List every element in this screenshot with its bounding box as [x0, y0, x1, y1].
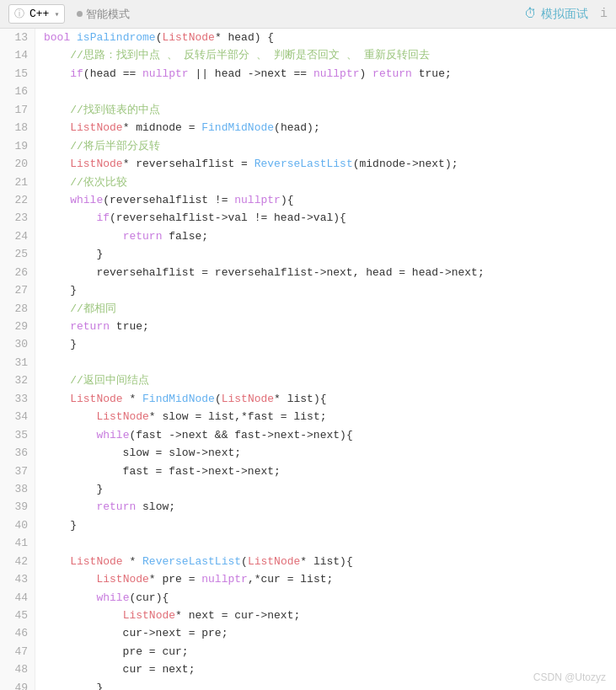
code-line: reversehalflist = reversehalflist->next,…: [44, 264, 608, 281]
code-line: //将后半部分反转: [44, 137, 608, 155]
code-line: }: [44, 281, 608, 299]
language-label: C++: [29, 8, 49, 20]
line-number: 34: [7, 408, 28, 425]
line-number: 35: [7, 426, 28, 444]
code-line: [44, 354, 608, 372]
info-icon: i: [600, 7, 608, 21]
code-line: if(head == nullptr || head ->next == nul…: [44, 65, 608, 83]
code-line: slow = slow->next;: [44, 444, 608, 462]
code-line: }: [44, 245, 608, 263]
code-line: //都相同: [44, 300, 608, 318]
code-line: }: [44, 480, 608, 498]
line-number: 45: [7, 607, 28, 624]
line-number: 17: [7, 101, 28, 119]
code-content[interactable]: bool isPalindrome(ListNode* head) { //思路…: [35, 29, 616, 690]
code-line: [44, 83, 608, 100]
line-numbers: 1314151617181920212223242526272829303132…: [0, 29, 35, 690]
info-circle-icon: ⓘ: [14, 7, 24, 21]
line-number: 16: [7, 83, 28, 100]
top-bar-right: ⏱ 模拟面试 i: [524, 7, 608, 22]
code-line: while(fast ->next && fast->next->next){: [44, 426, 608, 444]
line-number: 36: [7, 444, 28, 462]
line-number: 33: [7, 390, 28, 408]
code-line: }: [44, 679, 608, 690]
smart-mode-dot: [77, 11, 83, 17]
code-line: return false;: [44, 227, 608, 245]
line-number: 43: [7, 570, 28, 588]
code-line: cur = next;: [44, 661, 608, 678]
line-number: 28: [7, 300, 28, 318]
line-number: 41: [7, 534, 28, 552]
line-number: 40: [7, 516, 28, 534]
code-line: while(reversehalflist != nullptr){: [44, 191, 608, 209]
line-number: 37: [7, 463, 28, 480]
line-number: 14: [7, 46, 28, 64]
line-number: 39: [7, 498, 28, 516]
code-line: //依次比较: [44, 174, 608, 191]
line-number: 32: [7, 372, 28, 389]
smart-mode-toggle[interactable]: 智能模式: [77, 7, 130, 22]
code-line: return true;: [44, 318, 608, 335]
language-selector[interactable]: ⓘ C++ ▾: [8, 4, 65, 24]
code-line: //返回中间结点: [44, 372, 608, 389]
chevron-down-icon: ▾: [54, 9, 59, 19]
simulate-interview-button[interactable]: ⏱ 模拟面试: [524, 7, 588, 22]
code-line: cur->next = pre;: [44, 624, 608, 642]
code-editor: 1314151617181920212223242526272829303132…: [0, 29, 616, 690]
info-button[interactable]: i: [600, 7, 608, 21]
line-number: 26: [7, 264, 28, 281]
line-number: 44: [7, 589, 28, 607]
smart-mode-label: 智能模式: [86, 7, 130, 22]
code-line: }: [44, 516, 608, 534]
line-number: 38: [7, 480, 28, 498]
code-line: ListNode* slow = list,*fast = list;: [44, 408, 608, 425]
line-number: 48: [7, 661, 28, 678]
code-line: while(cur){: [44, 589, 608, 607]
line-number: 49: [7, 679, 28, 690]
code-line: ListNode* next = cur->next;: [44, 607, 608, 624]
line-number: 47: [7, 643, 28, 661]
code-line: //找到链表的中点: [44, 101, 608, 119]
line-number: 13: [7, 29, 28, 46]
simulate-label: 模拟面试: [541, 7, 588, 22]
line-number: 46: [7, 624, 28, 642]
code-line: return slow;: [44, 498, 608, 516]
line-number: 31: [7, 354, 28, 372]
code-line: fast = fast->next->next;: [44, 463, 608, 480]
code-line: bool isPalindrome(ListNode* head) {: [44, 29, 608, 46]
line-number: 25: [7, 245, 28, 263]
line-number: 19: [7, 137, 28, 155]
line-number: 18: [7, 119, 28, 136]
line-number: 22: [7, 191, 28, 209]
code-line: //思路：找到中点 、 反转后半部分 、 判断是否回文 、 重新反转回去: [44, 46, 608, 64]
code-line: ListNode * ReverseLastList(ListNode* lis…: [44, 553, 608, 570]
line-number: 30: [7, 335, 28, 353]
line-number: 20: [7, 155, 28, 173]
code-line: ListNode * FindMidNode(ListNode* list){: [44, 390, 608, 408]
watermark: CSDN @Utozyz: [533, 671, 606, 683]
code-line: ListNode* reversehalflist = ReverseLastL…: [44, 155, 608, 173]
code-line: }: [44, 335, 608, 353]
line-number: 23: [7, 209, 28, 227]
line-number: 29: [7, 318, 28, 335]
top-bar: ⓘ C++ ▾ 智能模式 ⏱ 模拟面试 i: [0, 0, 616, 29]
code-line: ListNode* midnode = FindMidNode(head);: [44, 119, 608, 136]
line-number: 21: [7, 174, 28, 191]
line-number: 15: [7, 65, 28, 83]
line-number: 27: [7, 281, 28, 299]
code-line: [44, 534, 608, 552]
timer-icon: ⏱: [524, 7, 537, 22]
code-line: ListNode* pre = nullptr,*cur = list;: [44, 570, 608, 588]
line-number: 24: [7, 227, 28, 245]
code-line: if(reversehalflist->val != head->val){: [44, 209, 608, 227]
line-number: 42: [7, 553, 28, 570]
code-line: pre = cur;: [44, 643, 608, 661]
